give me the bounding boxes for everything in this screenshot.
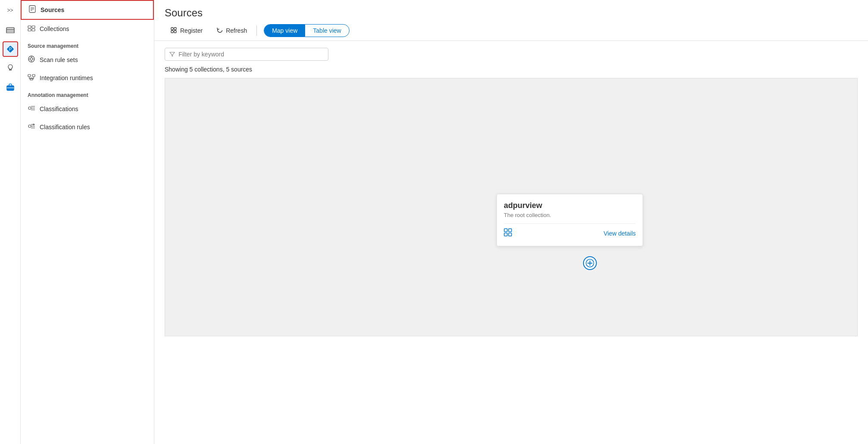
sidebar-item-integration-runtimes[interactable]: Integration runtimes — [21, 69, 154, 87]
refresh-icon — [216, 27, 223, 34]
briefcase-icon — [6, 82, 15, 92]
purview-nav-button[interactable]: P — [3, 41, 18, 57]
management-nav-button[interactable] — [3, 79, 18, 95]
svg-rect-45 — [509, 233, 512, 236]
map-view-area[interactable]: adpurview The root collection. View deta… — [165, 78, 858, 336]
svg-point-32 — [28, 125, 31, 127]
content-area: Showing 5 collections, 5 sources adpurvi… — [154, 41, 868, 444]
view-toggle: Map view Table view — [264, 24, 350, 37]
svg-rect-42 — [504, 229, 507, 232]
table-view-button[interactable]: Table view — [305, 25, 349, 37]
toolbar-divider — [256, 25, 257, 36]
svg-rect-14 — [32, 29, 35, 31]
svg-rect-38 — [171, 28, 173, 30]
annotation-management-section: Annotation management — [21, 87, 154, 100]
svg-rect-43 — [509, 229, 512, 232]
svg-rect-21 — [28, 75, 31, 77]
node-title: adpurview — [504, 201, 636, 210]
filter-bar — [165, 48, 328, 61]
svg-rect-11 — [28, 26, 31, 28]
sidebar-item-classification-rules[interactable]: Classification rules — [21, 118, 154, 136]
classifications-label: Classifications — [40, 106, 78, 112]
collections-label: Collections — [40, 25, 69, 32]
classification-rules-icon — [28, 122, 35, 132]
scan-rule-sets-label: Scan rule sets — [40, 56, 78, 63]
node-subtitle: The root collection. — [504, 212, 636, 218]
page-header: Sources Register Refresh — [154, 0, 868, 41]
register-icon — [171, 27, 178, 34]
classification-rules-label: Classification rules — [40, 124, 90, 130]
svg-rect-39 — [174, 28, 176, 30]
node-grid-icon — [504, 228, 512, 239]
database-icon — [6, 25, 15, 35]
purview-diamond-icon: P — [6, 44, 15, 54]
sidebar: Sources Collections Source management — [21, 0, 154, 444]
data-catalog-nav-button[interactable] — [3, 22, 18, 38]
scan-rule-sets-icon — [28, 55, 35, 65]
svg-rect-12 — [32, 26, 35, 28]
sidebar-item-collections[interactable]: Collections — [21, 20, 154, 38]
insights-nav-button[interactable] — [3, 60, 18, 76]
showing-label: Showing 5 collections, 5 sources — [165, 66, 858, 73]
integration-runtimes-label: Integration runtimes — [40, 75, 93, 81]
plus-icon — [586, 259, 594, 267]
integration-runtimes-icon — [28, 73, 35, 83]
icon-rail: >> P — [0, 0, 21, 444]
sidebar-item-scan-rule-sets[interactable]: Scan rule sets — [21, 51, 154, 69]
toolbar: Register Refresh Map view Table view — [165, 24, 858, 40]
sources-label: Sources — [41, 6, 64, 13]
node-card-footer: View details — [504, 224, 636, 239]
main-content: Sources Register Refresh — [154, 0, 868, 444]
filter-icon — [169, 51, 175, 57]
sidebar-item-classifications[interactable]: Classifications — [21, 100, 154, 118]
svg-point-28 — [28, 107, 31, 109]
svg-rect-13 — [28, 29, 31, 31]
sources-icon — [28, 5, 36, 15]
root-collection-card: adpurview The root collection. View deta… — [496, 194, 643, 246]
refresh-button[interactable]: Refresh — [210, 25, 253, 37]
svg-text:P: P — [9, 47, 12, 52]
sidebar-item-sources[interactable]: Sources — [21, 0, 154, 20]
add-child-button[interactable] — [583, 256, 597, 270]
map-view-button[interactable]: Map view — [264, 25, 305, 37]
source-management-section: Source management — [21, 38, 154, 51]
svg-rect-44 — [504, 233, 507, 236]
svg-rect-22 — [32, 75, 35, 77]
svg-rect-41 — [174, 31, 176, 33]
svg-point-16 — [30, 58, 33, 60]
register-button[interactable]: Register — [165, 25, 209, 37]
lightbulb-icon — [6, 63, 15, 73]
view-details-link[interactable]: View details — [604, 230, 636, 237]
page-title: Sources — [165, 7, 858, 19]
classifications-icon — [28, 104, 35, 114]
rail-toggle-button[interactable]: >> — [5, 5, 16, 16]
collections-icon — [28, 24, 35, 34]
svg-rect-40 — [171, 31, 173, 33]
filter-input[interactable] — [178, 51, 324, 58]
